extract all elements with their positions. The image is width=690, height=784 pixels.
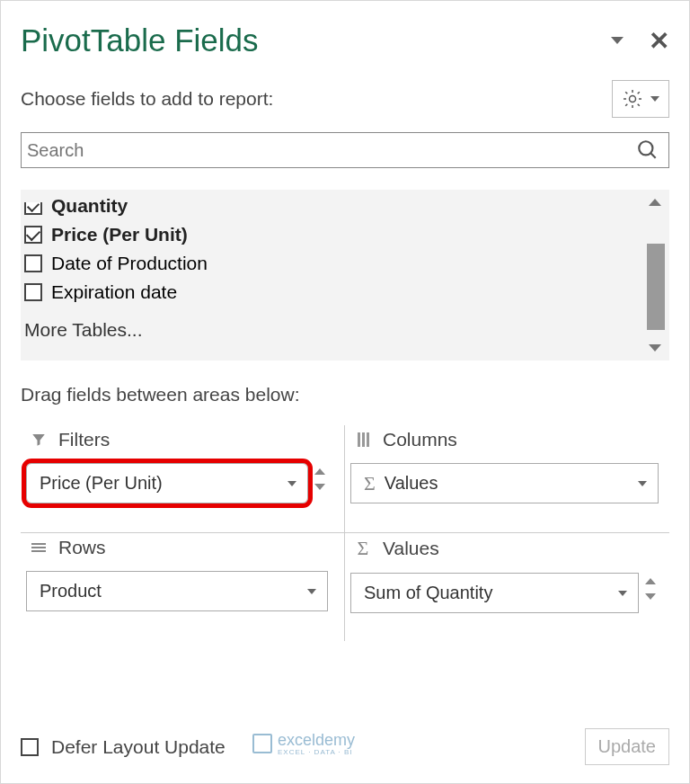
columns-label: Columns — [383, 429, 457, 450]
filters-label: Filters — [58, 429, 110, 450]
values-item: Sum of Quantity — [364, 583, 492, 603]
filters-dropdown[interactable]: Price (Per Unit) — [26, 463, 308, 503]
svg-point-1 — [639, 141, 652, 155]
field-label: Expiration date — [51, 281, 177, 303]
defer-layout-checkbox[interactable]: Defer Layout Update — [21, 736, 226, 758]
field-row[interactable]: Date of Production — [22, 249, 660, 278]
filter-icon — [30, 432, 48, 448]
svg-line-2 — [650, 153, 655, 157]
search-input[interactable] — [25, 139, 636, 162]
checkbox-checked[interactable] — [24, 202, 42, 215]
columns-icon — [354, 432, 372, 447]
chevron-down-icon — [650, 96, 659, 102]
subheader: Choose fields to add to report: — [21, 80, 669, 118]
search-icon — [636, 138, 659, 162]
footer: Defer Layout Update Update — [21, 728, 669, 765]
filters-dropdown-wrap: Price (Per Unit) — [26, 463, 328, 503]
settings-button[interactable] — [612, 80, 669, 118]
more-tables-link[interactable]: More Tables... — [22, 307, 660, 344]
area-header-rows: Rows — [26, 537, 328, 558]
area-header-filters: Filters — [26, 429, 328, 450]
checkbox-unchecked[interactable] — [21, 738, 39, 756]
areas-grid: Filters Price (Per Unit) Columns — [21, 425, 669, 641]
chevron-down-icon — [618, 591, 627, 596]
columns-dropdown[interactable]: Σ Values — [350, 463, 659, 503]
field-label: Quantity — [51, 195, 128, 217]
values-dropdown-wrap: Sum of Quantity — [350, 573, 659, 613]
filters-spinner[interactable] — [312, 463, 328, 490]
chevron-down-icon — [638, 481, 647, 486]
field-row[interactable]: Expiration date — [22, 278, 660, 307]
gear-icon — [622, 88, 643, 110]
scroll-down-icon[interactable] — [649, 344, 661, 352]
pane-title: PivotTable Fields — [21, 22, 259, 58]
scrollbar-thumb[interactable] — [647, 244, 665, 330]
columns-area[interactable]: Columns Σ Values — [345, 425, 669, 533]
area-header-values: Σ Values — [350, 537, 659, 560]
spinner-up-icon[interactable] — [314, 468, 325, 475]
spinner-down-icon[interactable] — [645, 593, 656, 600]
rows-dropdown[interactable]: Product — [26, 571, 328, 611]
spinner-down-icon[interactable] — [314, 484, 325, 490]
field-label: Date of Production — [51, 253, 208, 274]
field-label: Price (Per Unit) — [51, 224, 188, 245]
values-spinner[interactable] — [642, 573, 659, 600]
collapse-icon[interactable] — [611, 37, 624, 44]
svg-point-0 — [630, 96, 636, 102]
columns-item: Values — [385, 473, 438, 494]
sigma-icon: Σ — [354, 537, 372, 560]
defer-label: Defer Layout Update — [51, 736, 226, 758]
checkbox-unchecked[interactable] — [24, 283, 42, 301]
filters-area[interactable]: Filters Price (Per Unit) — [21, 425, 345, 533]
chevron-down-icon — [288, 481, 296, 486]
search-box[interactable] — [21, 132, 669, 168]
header: PivotTable Fields ✕ — [21, 22, 669, 58]
rows-icon — [30, 543, 48, 552]
choose-fields-label: Choose fields to add to report: — [21, 88, 273, 110]
rows-label: Rows — [58, 537, 106, 558]
checkbox-checked[interactable] — [24, 226, 42, 244]
rows-area[interactable]: Rows Product — [21, 533, 345, 641]
field-row[interactable]: Quantity — [22, 192, 660, 220]
header-controls: ✕ — [611, 26, 669, 56]
update-button[interactable]: Update — [585, 728, 670, 765]
chevron-down-icon — [307, 589, 316, 594]
scroll-up-icon[interactable] — [649, 199, 661, 206]
filters-item: Price (Per Unit) — [40, 473, 163, 494]
area-header-columns: Columns — [350, 429, 659, 450]
drag-hint-label: Drag fields between areas below: — [21, 384, 669, 405]
rows-item: Product — [40, 581, 102, 601]
values-dropdown[interactable]: Sum of Quantity — [350, 573, 639, 613]
values-label: Values — [383, 538, 439, 559]
close-icon[interactable]: ✕ — [649, 26, 669, 56]
field-row[interactable]: Price (Per Unit) — [22, 220, 660, 249]
spinner-up-icon[interactable] — [645, 578, 656, 584]
sigma-icon: Σ — [364, 472, 376, 495]
values-area[interactable]: Σ Values Sum of Quantity — [345, 533, 669, 641]
pivottable-fields-pane: PivotTable Fields ✕ Choose fields to add… — [0, 0, 690, 784]
fields-list[interactable]: Quantity Price (Per Unit) Date of Produc… — [21, 190, 669, 361]
checkbox-unchecked[interactable] — [24, 254, 42, 272]
